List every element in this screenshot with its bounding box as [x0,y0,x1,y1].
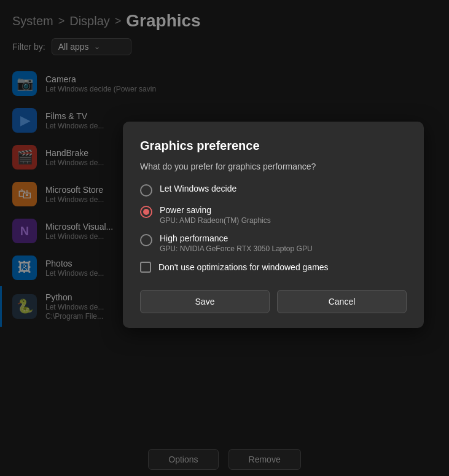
radio-label: Let Windows decide [160,184,236,193]
dialog-buttons: Save Cancel [140,290,407,313]
radio-label-group-high-performance: High performance GPU: NVIDIA GeForce RTX… [160,233,313,253]
radio-sub: GPU: AMD Radeon(TM) Graphics [160,216,271,225]
dialog-question: What do you prefer for graphics performa… [140,162,407,171]
checkbox-label: Don't use optimizations for windowed gam… [158,262,329,272]
radio-label: Power saving [160,205,271,215]
radio-label: High performance [160,233,313,243]
radio-option-power-saving[interactable]: Power saving GPU: AMD Radeon(TM) Graphic… [140,205,407,225]
save-button[interactable]: Save [140,290,270,313]
radio-circle-let-windows[interactable] [140,184,152,197]
radio-option-let-windows[interactable]: Let Windows decide [140,184,407,197]
graphics-preference-dialog: Graphics preference What do you prefer f… [123,122,424,328]
checkbox-windowed-games[interactable] [140,262,151,273]
radio-label-group-let-windows: Let Windows decide [160,184,236,193]
radio-option-high-performance[interactable]: High performance GPU: NVIDIA GeForce RTX… [140,233,407,253]
cancel-button[interactable]: Cancel [277,290,407,313]
radio-circle-power-saving[interactable] [140,206,152,218]
dialog-title: Graphics preference [140,139,407,153]
radio-label-group-power-saving: Power saving GPU: AMD Radeon(TM) Graphic… [160,205,271,225]
radio-circle-high-performance[interactable] [140,234,152,246]
radio-sub: GPU: NVIDIA GeForce RTX 3050 Laptop GPU [160,244,313,253]
checkbox-option-windowed-games[interactable]: Don't use optimizations for windowed gam… [140,262,407,273]
